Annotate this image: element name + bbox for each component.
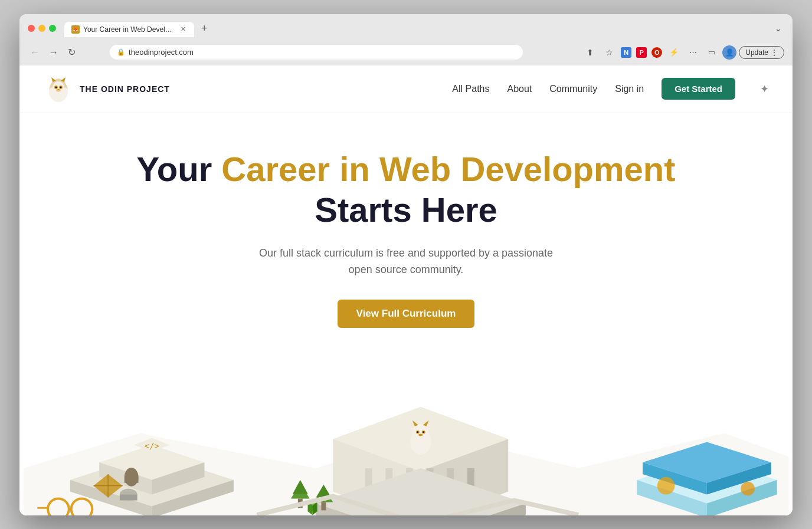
new-tab-button[interactable]: + xyxy=(197,20,212,37)
svg-rect-23 xyxy=(120,495,137,501)
minimize-button[interactable] xyxy=(38,25,45,32)
view-curriculum-button[interactable]: View Full Curriculum xyxy=(338,300,475,328)
url-text: theodinproject.com xyxy=(129,48,194,57)
svg-rect-16 xyxy=(125,477,139,483)
address-bar-row: ← → ↻ 🔒 theodinproject.com ⬆ ☆ N P O ⚡ ⋯… xyxy=(19,42,793,65)
browser-window: 🦊 Your Career in Web Developme... ✕ + ⌄ … xyxy=(19,14,793,515)
odin-logo xyxy=(43,74,74,104)
maximize-button[interactable] xyxy=(49,25,56,32)
extensions-icon[interactable]: ⚡ xyxy=(666,44,682,61)
svg-text:</>: </> xyxy=(145,442,159,451)
update-button[interactable]: Update ⋮ xyxy=(739,46,784,59)
svg-point-39 xyxy=(412,424,429,441)
sidebar-icon[interactable]: ▭ xyxy=(703,44,720,61)
update-menu-icon: ⋮ xyxy=(771,48,778,57)
active-tab[interactable]: 🦊 Your Career in Web Developme... ✕ xyxy=(64,22,194,37)
tab-bar: 🦊 Your Career in Web Developme... ✕ + xyxy=(64,20,768,37)
more-extensions-icon[interactable]: ⋯ xyxy=(685,44,701,61)
svg-point-5 xyxy=(60,86,62,88)
refresh-button[interactable]: ↻ xyxy=(66,44,78,60)
theme-toggle-button[interactable]: ✦ xyxy=(760,83,769,96)
site-navbar: THE ODIN PROJECT All Paths About Communi… xyxy=(19,65,793,113)
tab-close-button[interactable]: ✕ xyxy=(179,25,187,34)
tab-favicon-icon: 🦊 xyxy=(71,25,80,34)
svg-point-44 xyxy=(417,431,418,433)
svg-point-67 xyxy=(741,482,755,496)
logo-area[interactable]: THE ODIN PROJECT xyxy=(43,74,170,104)
lock-icon: 🔒 xyxy=(117,48,125,56)
hero-subtitle: Our full stack curriculum is free and su… xyxy=(258,245,554,279)
hero-title: Your Career in Web Development Starts He… xyxy=(136,149,675,231)
hero-title-part2: Starts Here xyxy=(315,190,497,229)
odin-extension-icon[interactable]: O xyxy=(651,47,662,58)
svg-point-66 xyxy=(657,477,675,495)
svg-point-7 xyxy=(57,89,60,90)
hero-illustration: </> xyxy=(19,351,793,515)
share-icon[interactable]: ⬆ xyxy=(582,44,598,61)
browser-chrome: 🦊 Your Career in Web Developme... ✕ + ⌄ … xyxy=(19,14,793,65)
isometric-scene-svg: </> xyxy=(19,351,793,515)
hero-section: Your Career in Web Development Starts He… xyxy=(19,113,793,515)
community-nav-link[interactable]: Community xyxy=(549,84,597,94)
svg-point-4 xyxy=(55,86,57,88)
tab-title: Your Career in Web Developme... xyxy=(83,25,175,34)
address-bar[interactable]: 🔒 theodinproject.com xyxy=(110,45,523,60)
notion-extension-icon[interactable]: N xyxy=(621,47,631,58)
page-content: THE ODIN PROJECT All Paths About Communi… xyxy=(19,65,793,515)
hero-title-part1: Your xyxy=(136,150,221,188)
about-nav-link[interactable]: About xyxy=(508,84,532,94)
svg-rect-53 xyxy=(321,502,326,511)
forward-button[interactable]: → xyxy=(47,45,61,60)
svg-point-46 xyxy=(418,434,423,436)
traffic-lights xyxy=(28,25,56,32)
window-controls-chevron[interactable]: ⌄ xyxy=(772,21,784,35)
toolbar-icons: ⬆ ☆ N P O ⚡ ⋯ ▭ 👤 Update ⋮ xyxy=(582,44,784,61)
logo-text: THE ODIN PROJECT xyxy=(80,84,170,94)
update-label: Update xyxy=(745,48,768,57)
hero-title-highlight: Career in Web Development xyxy=(221,150,675,188)
svg-point-1 xyxy=(53,81,64,94)
back-button[interactable]: ← xyxy=(28,45,42,60)
svg-point-45 xyxy=(423,431,424,433)
get-started-button[interactable]: Get Started xyxy=(662,78,735,100)
all-paths-nav-link[interactable]: All Paths xyxy=(452,84,489,94)
sign-in-link[interactable]: Sign in xyxy=(615,84,644,94)
profile-avatar[interactable]: 👤 xyxy=(722,45,736,60)
close-button[interactable] xyxy=(28,25,35,32)
bookmark-icon[interactable]: ☆ xyxy=(601,44,617,61)
svg-point-15 xyxy=(125,468,139,487)
nav-links: All Paths About Community Sign in Get St… xyxy=(452,78,769,100)
pinterest-extension-icon[interactable]: P xyxy=(636,47,647,58)
